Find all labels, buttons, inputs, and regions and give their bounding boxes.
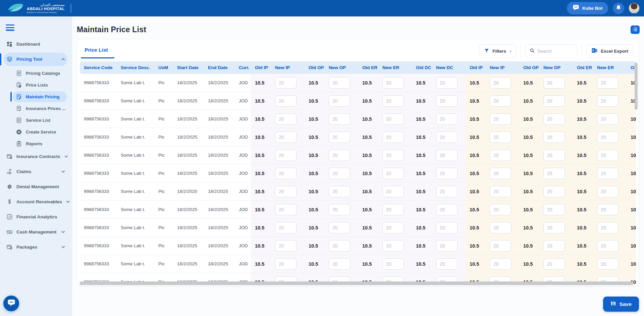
new-price-input[interactable] <box>543 95 565 107</box>
new-price-input[interactable] <box>275 222 297 233</box>
new-price-input[interactable] <box>329 77 350 89</box>
new-price-input[interactable] <box>490 77 511 89</box>
new-price-input[interactable] <box>382 240 404 252</box>
sidebar-subitem-create-service[interactable]: Create Service <box>13 126 67 138</box>
new-price-input[interactable] <box>597 150 619 161</box>
sidebar-item-packages[interactable]: Packages <box>3 241 67 254</box>
new-price-input[interactable] <box>275 204 297 215</box>
new-price-input[interactable] <box>490 186 511 197</box>
new-price-input[interactable] <box>275 168 297 179</box>
filters-button[interactable]: Filters › <box>479 44 516 58</box>
horizontal-scrollbar[interactable] <box>79 281 633 285</box>
sidebar-subitem-insurance-prices[interactable]: Insurance Prices ... <box>13 103 67 114</box>
new-price-input[interactable] <box>329 240 350 252</box>
new-price-input[interactable] <box>490 150 511 161</box>
tab-price-list[interactable]: Price List <box>83 44 110 58</box>
new-price-input[interactable] <box>597 113 619 125</box>
new-price-input[interactable] <box>543 77 565 89</box>
sidebar-item-insurance-contracts[interactable]: Insurance Contracts <box>3 150 67 163</box>
new-price-input[interactable] <box>275 77 297 89</box>
new-price-input[interactable] <box>329 95 350 107</box>
new-price-input[interactable] <box>543 186 565 197</box>
new-price-input[interactable] <box>275 150 297 161</box>
new-price-input[interactable] <box>275 95 297 107</box>
new-price-input[interactable] <box>543 168 565 179</box>
new-price-input[interactable] <box>597 77 619 89</box>
new-price-input[interactable] <box>597 258 619 270</box>
new-price-input[interactable] <box>436 186 458 197</box>
sidebar-subitem-pricing-catalogs[interactable]: Pricing Catalogs <box>13 68 67 79</box>
new-price-input[interactable] <box>543 113 565 125</box>
new-price-input[interactable] <box>436 131 458 143</box>
new-price-input[interactable] <box>490 204 511 215</box>
new-price-input[interactable] <box>329 131 350 143</box>
new-price-input[interactable] <box>275 131 297 143</box>
new-price-input[interactable] <box>382 222 404 233</box>
sidebar-item-pricing-tool[interactable]: Pricing Tool <box>3 53 67 66</box>
new-price-input[interactable] <box>543 204 565 215</box>
new-price-input[interactable] <box>543 258 565 270</box>
sidebar-subitem-reports[interactable]: Reports <box>13 138 67 149</box>
sidebar-item-financial-analytics[interactable]: Financial Analytics <box>3 210 67 224</box>
new-price-input[interactable] <box>382 258 404 270</box>
new-price-input[interactable] <box>543 131 565 143</box>
new-price-input[interactable] <box>382 77 404 89</box>
new-price-input[interactable] <box>597 95 619 107</box>
new-price-input[interactable] <box>597 222 619 233</box>
new-price-input[interactable] <box>382 113 404 125</box>
new-price-input[interactable] <box>490 113 511 125</box>
sidebar-item-claims[interactable]: Claims <box>3 165 67 178</box>
new-price-input[interactable] <box>382 150 404 161</box>
new-price-input[interactable] <box>543 150 565 161</box>
search-input[interactable] <box>537 49 573 54</box>
kube-bot-button[interactable]: Kube Bot <box>567 2 608 14</box>
new-price-input[interactable] <box>543 222 565 233</box>
new-price-input[interactable] <box>436 77 458 89</box>
vertical-scrollbar[interactable] <box>635 63 638 110</box>
new-price-input[interactable] <box>275 240 297 252</box>
new-price-input[interactable] <box>597 240 619 252</box>
new-price-input[interactable] <box>543 240 565 252</box>
save-button[interactable]: Save <box>603 297 639 312</box>
sidebar-subitem-service-list[interactable]: Service List <box>13 115 67 126</box>
sidebar-item-cash-management[interactable]: Cash Management <box>3 225 67 239</box>
new-price-input[interactable] <box>436 240 458 252</box>
new-price-input[interactable] <box>490 258 511 270</box>
sidebar-item-dashboard[interactable]: Dashboard <box>3 38 67 51</box>
new-price-input[interactable] <box>597 186 619 197</box>
new-price-input[interactable] <box>329 186 350 197</box>
sidebar-subitem-maintain-pricing[interactable]: Maintain Pricing <box>13 91 67 102</box>
new-price-input[interactable] <box>436 222 458 233</box>
excel-export-button[interactable]: Excel Export <box>586 44 633 58</box>
chat-fab-button[interactable] <box>3 296 19 311</box>
new-price-input[interactable] <box>329 113 350 125</box>
new-price-input[interactable] <box>490 222 511 233</box>
new-price-input[interactable] <box>275 258 297 270</box>
notifications-button[interactable] <box>613 3 624 14</box>
sidebar-item-account-receivables[interactable]: Account Receivables <box>3 195 67 209</box>
new-price-input[interactable] <box>436 95 458 107</box>
new-price-input[interactable] <box>490 95 511 107</box>
new-price-input[interactable] <box>436 113 458 125</box>
sidebar-subitem-price-lists[interactable]: Price Lists <box>13 80 67 91</box>
new-price-input[interactable] <box>382 131 404 143</box>
sidebar-item-denial-management[interactable]: Denial Management <box>3 180 67 194</box>
new-price-input[interactable] <box>382 95 404 107</box>
new-price-input[interactable] <box>275 186 297 197</box>
new-price-input[interactable] <box>490 240 511 252</box>
new-price-input[interactable] <box>436 150 458 161</box>
new-price-input[interactable] <box>436 258 458 270</box>
view-options-button[interactable] <box>631 25 640 34</box>
new-price-input[interactable] <box>329 168 350 179</box>
new-price-input[interactable] <box>382 168 404 179</box>
new-price-input[interactable] <box>436 204 458 215</box>
new-price-input[interactable] <box>329 258 350 270</box>
new-price-input[interactable] <box>329 222 350 233</box>
new-price-input[interactable] <box>436 168 458 179</box>
new-price-input[interactable] <box>490 131 511 143</box>
new-price-input[interactable] <box>597 204 619 215</box>
new-price-input[interactable] <box>329 204 350 215</box>
new-price-input[interactable] <box>382 186 404 197</box>
menu-toggle-button[interactable] <box>6 24 14 31</box>
new-price-input[interactable] <box>597 168 619 179</box>
